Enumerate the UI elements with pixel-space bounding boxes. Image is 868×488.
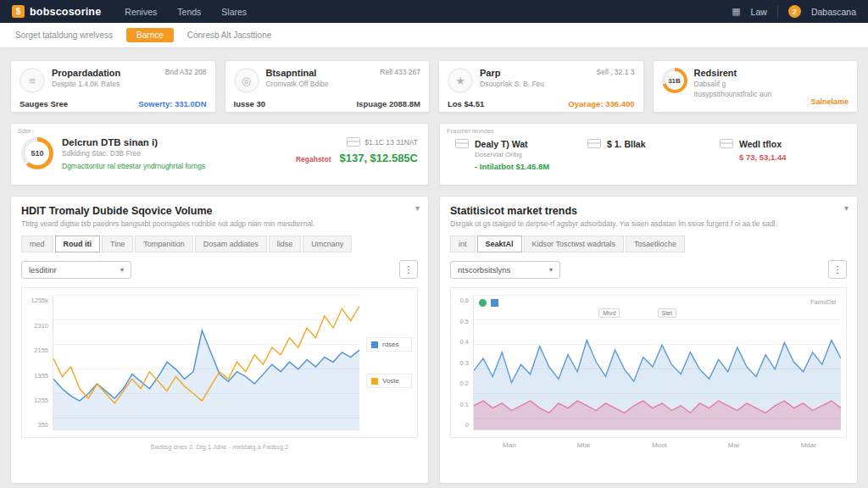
- legend-item-voste[interactable]: Voste: [366, 374, 412, 388]
- legend-label: rdses: [382, 341, 399, 348]
- panel-volume-chart: HDIT Tromaly Dubide Sqovice Volume ▾ Tbt…: [10, 196, 429, 484]
- column-value: $ 73, 53,1.44: [739, 152, 786, 162]
- nav-item-renives[interactable]: Renives: [125, 7, 157, 17]
- user-avatar[interactable]: 2: [788, 5, 801, 18]
- column-title: Wedl tflox: [739, 139, 786, 149]
- stat-card-title: Parp: [480, 68, 590, 78]
- stat-card-subtitle: Despite 1.4.0K Rates: [52, 80, 159, 88]
- nav-item-slares[interactable]: Slares: [221, 7, 247, 17]
- tab-tompanition[interactable]: Tompanition: [135, 236, 193, 252]
- column-subtitle: Doservlat Orlbg: [475, 151, 549, 158]
- summary-column-balance: $ 1. Bllak: [582, 139, 715, 171]
- amount-label: $1.1C 13 31NAT: [364, 138, 418, 147]
- gauge-icon: 31B: [662, 68, 687, 93]
- wallet-icon: [455, 139, 469, 148]
- stat-card-topright-value: Bnd A32 208: [165, 68, 207, 76]
- subnav-right-text[interactable]: Conresb Alt Jacsttione: [187, 30, 272, 40]
- user-name[interactable]: Dabascana: [811, 7, 856, 17]
- stat-card-topright-value: Rell 433 267: [380, 68, 420, 76]
- chart-legend: rdses Voste: [359, 295, 412, 430]
- stat-card-btsapntinal[interactable]: ◎ Btsapntinal Cromvatk Off Bdibe Rell 43…: [225, 60, 431, 113]
- tab-lidse[interactable]: lidse: [269, 236, 302, 252]
- y-axis-labels: 1255k2310 21551355 1255350: [27, 295, 53, 430]
- stat-card-parp[interactable]: ★ Parp Dsouprlak S. B. Feu Sell , 32.1 3…: [438, 60, 644, 113]
- panel-tabs: int SeaktAl Kidsor Tosctwst wadrtals Tos…: [450, 236, 847, 252]
- wallet-icon: [587, 139, 601, 148]
- marker-icon-blue[interactable]: [491, 299, 498, 307]
- column-title: $ 1. Bllak: [607, 139, 646, 149]
- topbar-right-group: ▦ Law 2 Dabascana: [732, 5, 856, 18]
- summary-card-right[interactable]: Fraornel wondes Dealy T) Wat Doservlat O…: [439, 123, 858, 186]
- stat-card-title: Btsapntinal: [266, 68, 374, 78]
- stat-card-link[interactable]: Salnelame: [810, 97, 849, 106]
- target-icon: ◎: [234, 68, 259, 93]
- panel-subtitle: Dsrgak ot gs tsaiged te derpse-rf agsbyr…: [450, 219, 847, 229]
- y-axis-labels: 0.60.5 0.40.3 0.20.1 0: [456, 295, 473, 430]
- subnav-active-button[interactable]: Barnce: [126, 28, 174, 42]
- panel-subtitle: Tbtrg veard digtse tsb paednrs bangsabt …: [21, 219, 418, 229]
- gauge-value: 510: [25, 141, 49, 165]
- plot-area[interactable]: [53, 295, 359, 430]
- law-link[interactable]: Law: [751, 7, 767, 17]
- logo-text[interactable]: bobscosorine: [30, 6, 101, 18]
- legend-swatch: [371, 341, 378, 348]
- summary-corner-label: Fraornel wondes: [447, 127, 494, 135]
- divider: [777, 6, 778, 18]
- kebab-menu-button[interactable]: ⋮: [399, 260, 418, 279]
- tab-dosam[interactable]: Dosam addiates: [195, 236, 267, 252]
- summary-row: Sder 510 Delcrun DTB sinan i) Sdklding S…: [10, 123, 858, 186]
- kebab-menu-button[interactable]: ⋮: [828, 260, 847, 279]
- filter-dropdown[interactable]: ntscorbsitslyns ▾: [450, 261, 560, 279]
- collapse-icon[interactable]: ▾: [844, 203, 849, 213]
- summary-subtitle: Sdklding Stac. D3B Free: [62, 149, 205, 158]
- summary-description: Dgmacttontur ral ettestar yndrnughrtal f…: [62, 162, 205, 170]
- filter-dropdown[interactable]: lesditinr ▾: [21, 261, 131, 279]
- charts-row: HDIT Tromaly Dubide Sqovice Volume ▾ Tbt…: [10, 196, 858, 484]
- wallet-icon: [720, 139, 733, 148]
- stat-card-subtitle: Dabsalif g: [694, 80, 849, 88]
- stat-card-redsirent[interactable]: 31B Redsirent Dabsalif g Itusypstthounst…: [653, 60, 859, 113]
- subnav-left-text[interactable]: Sorget tataldung wrelvess: [15, 30, 113, 40]
- tab-roud-iti[interactable]: Roud iti: [55, 236, 101, 252]
- tab-med[interactable]: med: [21, 236, 53, 252]
- nav-item-tends[interactable]: Tends: [177, 7, 201, 17]
- stat-card-bottom-value: Ispuage 2088.8M: [356, 99, 420, 108]
- summary-card-left[interactable]: Sder 510 Delcrun DTB sinan i) Sdklding S…: [10, 123, 429, 186]
- apps-grid-icon[interactable]: ▦: [732, 6, 740, 17]
- stat-card-subtitle: Cromvatk Off Bdibe: [266, 80, 374, 88]
- stat-card-propardadation[interactable]: ≡ Propardadation Despite 1.4.0K Rates Bn…: [10, 60, 216, 113]
- tab-kidsor[interactable]: Kidsor Tosctwst wadrtals: [524, 236, 624, 252]
- logo-icon: $: [12, 5, 25, 18]
- tab-seaktal[interactable]: SeaktAl: [477, 236, 522, 252]
- stat-card-bottom-value: Oyarage: 336.400: [568, 99, 634, 108]
- chart-annotation: Mtvd: [598, 308, 620, 318]
- column-title: Dealy T) Wat: [475, 139, 549, 149]
- column-value: - Intilatbot $1.45.8M: [475, 162, 549, 171]
- stat-card-subtitle: Dsouprlak S. B. Feu: [480, 80, 590, 88]
- stat-card-row: ≡ Propardadation Despite 1.4.0K Rates Bn…: [10, 60, 858, 113]
- stat-card-bottom-label: Sauges Sree: [19, 99, 68, 108]
- stat-card-bottom-value: Sowerty: 331.0DN: [138, 99, 206, 108]
- tab-int[interactable]: int: [450, 236, 476, 252]
- plot-area[interactable]: FamvDst Mtvd Stet: [473, 295, 841, 430]
- amount-value: $137, $12.585C: [339, 152, 418, 164]
- panel-market-trends: Statitisicot market trends ▾ Dsrgak ot g…: [439, 196, 858, 484]
- panel-title: Statitisicot market trends: [450, 205, 847, 217]
- volume-chart-svg: [53, 295, 359, 430]
- top-navbar: $ bobscosorine Renives Tends Slares ▦ La…: [0, 0, 868, 23]
- chevron-down-icon: ▾: [549, 266, 553, 274]
- chart-corner-label: FamvDst: [810, 298, 836, 306]
- summary-column-outflow: Wedl tflox $ 73, 53,1.44: [715, 139, 847, 171]
- amount-note: Regahstot: [296, 155, 331, 164]
- gauge-value: 31B: [665, 71, 684, 90]
- stat-card-topright-value: Sell , 32.1 3: [597, 68, 635, 76]
- panel-tabs: med Roud iti Tine Tompanition Dosam addi…: [21, 236, 418, 252]
- gauge-icon: 510: [21, 137, 53, 169]
- tab-tine[interactable]: Tine: [102, 236, 133, 252]
- document-icon: ≡: [19, 68, 45, 93]
- tab-tosaetlioche[interactable]: Tosaetlioche: [626, 236, 685, 252]
- sub-navbar: Sorget tataldung wrelvess Barnce Conresb…: [0, 23, 868, 48]
- legend-item-rdses[interactable]: rdses: [366, 337, 412, 352]
- collapse-icon[interactable]: ▾: [415, 203, 420, 213]
- tab-umcnany[interactable]: Umcnany: [303, 236, 352, 252]
